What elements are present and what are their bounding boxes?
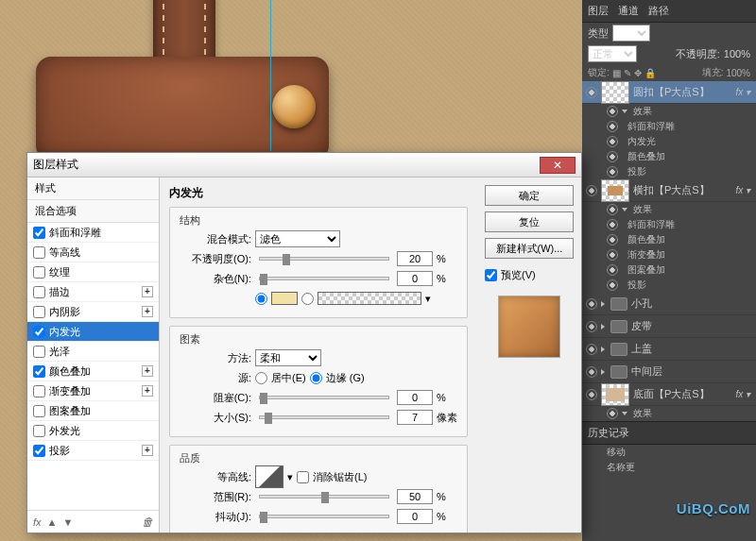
style-checkbox[interactable] xyxy=(33,405,45,417)
visibility-icon[interactable] xyxy=(586,344,597,355)
trash-icon[interactable]: 🗑 xyxy=(142,516,153,529)
opacity-slider[interactable] xyxy=(259,257,389,261)
visibility-icon[interactable] xyxy=(586,366,597,378)
style-item-图案叠加[interactable]: 图案叠加 xyxy=(27,401,159,421)
opacity-value[interactable]: 100% xyxy=(724,48,750,59)
arrow-up-icon[interactable]: ▲ xyxy=(47,516,58,528)
style-checkbox[interactable] xyxy=(33,445,45,457)
jitter-slider[interactable] xyxy=(259,515,389,518)
style-item-光泽[interactable]: 光泽 xyxy=(27,342,159,362)
styles-header[interactable]: 样式 xyxy=(27,178,159,200)
source-edge-radio[interactable] xyxy=(310,372,322,384)
size-input[interactable] xyxy=(397,410,433,425)
visibility-icon[interactable] xyxy=(586,298,597,310)
history-item[interactable]: 名称更 xyxy=(582,460,756,475)
opacity-input[interactable] xyxy=(397,251,433,266)
style-item-渐变叠加[interactable]: 渐变叠加+ xyxy=(27,381,159,401)
style-checkbox[interactable] xyxy=(33,425,45,437)
layer-row[interactable]: 圆扣【P大点S】fx ▾ xyxy=(582,81,756,104)
style-item-描边[interactable]: 描边+ xyxy=(27,282,159,302)
layer-row[interactable]: 上盖 xyxy=(582,338,756,361)
color-radio[interactable] xyxy=(255,293,267,305)
blend-mode-select[interactable]: 正常 xyxy=(588,45,637,62)
lock-all-icon[interactable]: 🔒 xyxy=(644,68,656,78)
new-style-button[interactable]: 新建样式(W)... xyxy=(485,238,574,259)
visibility-icon[interactable] xyxy=(607,279,618,291)
source-center-radio[interactable] xyxy=(255,372,267,384)
gradient-swatch[interactable] xyxy=(318,292,421,305)
history-item[interactable]: 移动 xyxy=(582,445,756,460)
visibility-icon[interactable] xyxy=(607,136,618,147)
effect-item[interactable]: 斜面和浮雕 xyxy=(582,119,756,134)
visibility-icon[interactable] xyxy=(586,321,597,332)
arrow-down-icon[interactable]: ▼ xyxy=(62,516,73,528)
style-checkbox[interactable] xyxy=(33,266,45,279)
technique-select[interactable]: 柔和 xyxy=(255,349,321,366)
fx-badge[interactable]: fx ▾ xyxy=(735,389,752,399)
effect-item[interactable]: 斜面和浮雕 xyxy=(582,217,756,232)
effect-item[interactable]: 图案叠加 xyxy=(582,262,756,278)
visibility-icon[interactable] xyxy=(607,121,618,132)
layer-row[interactable]: 小孔 xyxy=(582,293,756,315)
blend-options[interactable]: 混合选项 xyxy=(27,200,159,223)
lock-pixels-icon[interactable]: ✎ xyxy=(624,68,631,78)
dialog-titlebar[interactable]: 图层样式 ✕ xyxy=(27,153,581,178)
style-item-外发光[interactable]: 外发光 xyxy=(27,421,159,441)
style-item-投影[interactable]: 投影+ xyxy=(27,441,159,461)
effect-item[interactable]: 颜色叠加 xyxy=(582,149,756,164)
effect-item[interactable]: 渐变叠加 xyxy=(582,247,756,262)
fx-badge[interactable]: fx ▾ xyxy=(735,87,752,97)
add-icon[interactable]: + xyxy=(142,306,153,317)
jitter-input[interactable] xyxy=(397,509,433,524)
choke-slider[interactable] xyxy=(259,396,389,399)
visibility-icon[interactable] xyxy=(586,185,597,196)
style-checkbox[interactable] xyxy=(33,286,45,298)
effect-item[interactable]: 颜色叠加 xyxy=(582,232,756,247)
noise-input[interactable] xyxy=(397,271,433,286)
style-checkbox[interactable] xyxy=(33,326,45,338)
fill-value[interactable]: 100% xyxy=(726,68,750,78)
kind-filter[interactable] xyxy=(612,25,650,42)
style-item-内阴影[interactable]: 内阴影+ xyxy=(27,302,159,322)
style-item-斜面和浮雕[interactable]: 斜面和浮雕 xyxy=(27,223,159,243)
disclosure-icon[interactable] xyxy=(601,369,605,375)
fx-badge[interactable]: fx ▾ xyxy=(735,185,752,195)
style-item-颜色叠加[interactable]: 颜色叠加+ xyxy=(27,362,159,381)
add-icon[interactable]: + xyxy=(142,286,153,297)
chevron-down-icon[interactable]: ▾ xyxy=(425,293,431,305)
visibility-icon[interactable] xyxy=(607,264,618,276)
visibility-icon[interactable] xyxy=(607,219,618,230)
disclosure-icon[interactable] xyxy=(601,347,605,352)
history-header[interactable]: 历史记录 xyxy=(582,421,756,445)
noise-slider[interactable] xyxy=(259,277,389,280)
antialias-checkbox[interactable] xyxy=(297,471,309,483)
blend-mode-select[interactable]: 滤色 xyxy=(255,230,340,247)
disclosure-icon[interactable] xyxy=(601,324,605,330)
style-item-内发光[interactable]: 内发光 xyxy=(27,322,159,342)
fx-menu[interactable]: fx xyxy=(33,516,42,528)
lock-pos-icon[interactable]: ✥ xyxy=(634,68,642,78)
style-checkbox[interactable] xyxy=(33,346,45,358)
color-swatch[interactable] xyxy=(271,292,298,305)
cancel-button[interactable]: 复位 xyxy=(485,211,574,232)
layer-row[interactable]: 皮带 xyxy=(582,315,756,338)
style-item-等高线[interactable]: 等高线 xyxy=(27,243,159,262)
visibility-icon[interactable] xyxy=(607,249,618,261)
effects-header[interactable]: 效果 xyxy=(582,104,756,119)
tab-channels[interactable]: 通道 xyxy=(618,4,639,18)
style-checkbox[interactable] xyxy=(33,227,45,239)
effects-header[interactable]: 效果 xyxy=(582,406,756,421)
range-slider[interactable] xyxy=(259,495,389,499)
visibility-icon[interactable] xyxy=(607,234,618,245)
add-icon[interactable]: + xyxy=(142,365,153,377)
visibility-icon[interactable] xyxy=(586,389,597,400)
visibility-icon[interactable] xyxy=(607,204,618,215)
preview-checkbox[interactable] xyxy=(485,269,497,281)
visibility-icon[interactable] xyxy=(607,408,618,419)
visibility-icon[interactable] xyxy=(607,166,618,178)
tab-layers[interactable]: 图层 xyxy=(588,4,609,18)
effect-item[interactable]: 投影 xyxy=(582,278,756,293)
style-checkbox[interactable] xyxy=(33,246,45,259)
gradient-radio[interactable] xyxy=(301,293,314,305)
choke-input[interactable] xyxy=(397,390,433,405)
